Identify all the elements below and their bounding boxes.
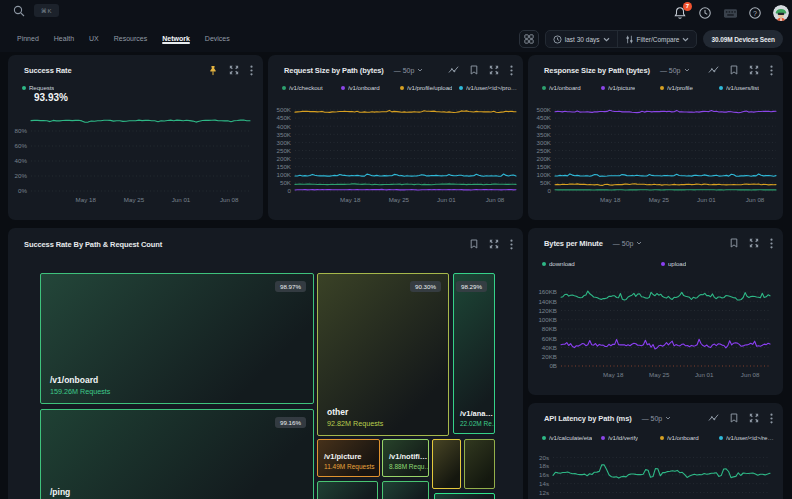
help-button[interactable]: ? [748, 6, 763, 21]
dashboard-tabs: PinnedHealthUXResourcesNetworkDevices [17, 26, 245, 52]
treemap-box--v1-picture[interactable]: /v1/picture11.49M Requests [317, 439, 380, 477]
svg-text:0B: 0B [549, 362, 557, 369]
treemap-label: /ping [50, 487, 70, 497]
svg-text:12s: 12s [539, 489, 549, 496]
svg-text:May 18: May 18 [76, 196, 97, 203]
svg-text:0%: 0% [18, 187, 27, 194]
time-filter-group: last 30 days Filter/Compare [545, 30, 698, 48]
card-request-size: Request Size by Path (bytes) — 50p [268, 55, 523, 220]
tab-network[interactable]: Network [162, 29, 190, 50]
user-avatar[interactable] [773, 5, 789, 21]
svg-text:May 18: May 18 [600, 196, 621, 203]
history-button[interactable] [698, 6, 713, 21]
more-menu-icon[interactable] [510, 239, 513, 250]
svg-text:250K: 250K [277, 147, 292, 154]
notifications-button[interactable]: 7 [673, 6, 688, 21]
shortcuts-button[interactable] [723, 6, 738, 21]
svg-text:May 25: May 25 [124, 196, 145, 203]
treemap-box--ping[interactable]: 99.16%/ping [40, 409, 314, 499]
svg-text:350K: 350K [277, 131, 292, 138]
success-rate-chart: 0%20%40%60%80%May 18May 25Jun 01Jun 08 [8, 55, 263, 220]
tab-pinned[interactable]: Pinned [17, 29, 39, 50]
svg-text:Jun 08: Jun 08 [746, 196, 765, 203]
tab-health[interactable]: Health [54, 29, 74, 50]
svg-text:100K: 100K [537, 171, 552, 178]
svg-text:300K: 300K [277, 139, 292, 146]
bookmark-icon[interactable] [470, 239, 478, 249]
layout-grid-button[interactable] [519, 30, 539, 48]
svg-text:160KB: 160KB [538, 288, 557, 295]
svg-text:500K: 500K [277, 106, 292, 113]
filter-compare-dropdown[interactable]: Filter/Compare [617, 31, 697, 47]
tab-ux[interactable]: UX [89, 29, 99, 50]
svg-text:500K: 500K [537, 106, 552, 113]
treemap-box[interactable] [382, 481, 429, 499]
svg-text:80KB: 80KB [542, 325, 557, 332]
treemap-path: /v1/ana… [460, 409, 495, 418]
svg-text:May 18: May 18 [340, 196, 361, 203]
grid-icon [524, 34, 534, 44]
svg-text:350K: 350K [537, 131, 552, 138]
response-size-chart: 050K100K150K200K250K300K350K400K450K500K… [528, 55, 783, 220]
treemap-box[interactable] [317, 481, 378, 499]
svg-text:Jun 01: Jun 01 [172, 196, 191, 203]
svg-text:40%: 40% [15, 157, 28, 164]
chevron-down-icon [682, 37, 689, 42]
svg-text:60KB: 60KB [542, 335, 557, 342]
tab-devices[interactable]: Devices [205, 29, 230, 50]
card-api-latency: API Latency by Path (ms) — 50p [528, 403, 783, 499]
expand-icon[interactable] [489, 239, 499, 249]
svg-text:0: 0 [548, 187, 552, 194]
filter-compare-label: Filter/Compare [637, 36, 680, 43]
svg-text:450K: 450K [537, 114, 552, 121]
filter-icon [625, 35, 634, 44]
treemap-box--v1-onboard[interactable]: 98.97%/v1/onboard159.26M Requests [40, 273, 314, 404]
svg-text:50K: 50K [540, 179, 552, 186]
svg-text:?: ? [753, 9, 757, 16]
treemap-box[interactable] [432, 439, 461, 489]
treemap-box--v1-notifi-[interactable]: /v1/notifi…8.88M Requ… [382, 439, 429, 477]
svg-text:0: 0 [288, 187, 292, 194]
card-bytes-per-minute: Bytes per Minute — 50p downloadupload 0B… [528, 228, 783, 395]
search-icon[interactable] [13, 5, 25, 17]
clock-icon [553, 35, 562, 44]
keyboard-icon [723, 7, 738, 20]
svg-text:20%: 20% [15, 172, 28, 179]
treemap-path: /v1/onboard [50, 375, 110, 385]
svg-text:Jun 01: Jun 01 [695, 371, 714, 378]
clock-icon [698, 6, 712, 20]
api-latency-chart: 0s2s4s6s8s10s12s14s16s18s20sMay 18May 25… [528, 403, 783, 499]
treemap-request-count: 11.49M Requests [324, 463, 374, 470]
svg-text:20s: 20s [539, 454, 549, 461]
svg-text:18s: 18s [539, 462, 549, 469]
svg-text:60%: 60% [15, 142, 28, 149]
treemap-label: /v1/onboard159.26M Requests [50, 375, 110, 396]
treemap-label: /v1/notifi…8.88M Requ… [389, 452, 429, 470]
svg-text:Jun 08: Jun 08 [486, 196, 505, 203]
treemap-box[interactable] [464, 439, 495, 489]
treemap-request-count: 159.26M Requests [50, 387, 110, 396]
svg-text:100KB: 100KB [538, 316, 557, 323]
svg-text:200K: 200K [277, 155, 292, 162]
svg-text:50K: 50K [280, 179, 292, 186]
svg-text:May 25: May 25 [389, 196, 410, 203]
time-range-dropdown[interactable]: last 30 days [546, 31, 617, 47]
svg-text:100K: 100K [277, 171, 292, 178]
treemap-label: /v1/picture11.49M Requests [324, 452, 374, 470]
tab-resources[interactable]: Resources [114, 29, 147, 50]
svg-text:200K: 200K [537, 155, 552, 162]
search-area[interactable]: ⌘K [13, 4, 59, 17]
treemap-request-count: 22.02M Re… [460, 420, 495, 427]
svg-text:80%: 80% [15, 127, 28, 134]
svg-text:150K: 150K [537, 163, 552, 170]
notification-badge: 7 [683, 2, 692, 11]
treemap-request-count: 92.82M Requests [327, 419, 383, 428]
svg-text:Jun 01: Jun 01 [437, 196, 456, 203]
success-rate-badge: 98.97% [275, 281, 306, 292]
treemap-box-other[interactable]: 90.30%other92.82M Requests [317, 273, 449, 436]
treemap-path: other [327, 407, 383, 417]
treemap-box[interactable] [434, 493, 495, 499]
treemap-box--v1-ana-[interactable]: 98.29%/v1/ana…22.02M Re… [453, 273, 495, 434]
svg-text:Jun 01: Jun 01 [697, 196, 716, 203]
avatar-image [773, 5, 789, 21]
